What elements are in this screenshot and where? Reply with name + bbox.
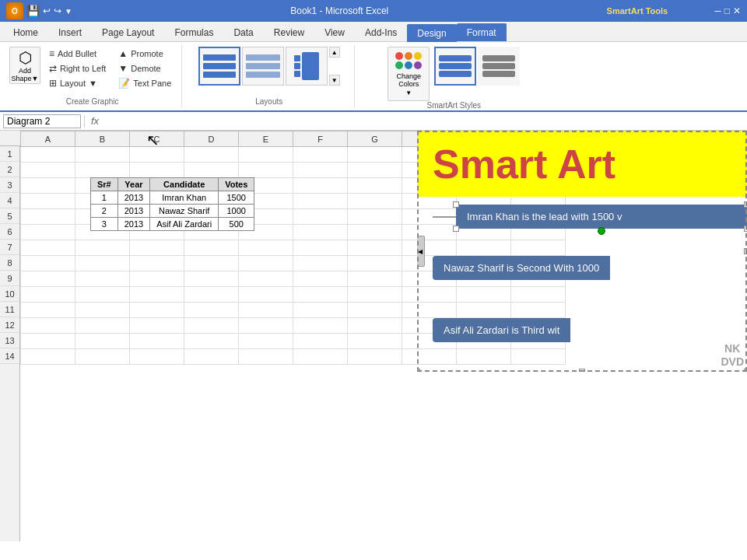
formula-input[interactable] <box>105 114 744 128</box>
data-row-2: 2 2013 Nawaz Sharif 1000 <box>91 205 254 218</box>
close-button[interactable]: ✕ <box>733 5 741 16</box>
smartart-title: Smart Art <box>433 141 615 187</box>
handle-bl[interactable] <box>417 369 420 372</box>
smartart-style-1[interactable] <box>434 47 476 86</box>
fx-icon: fx <box>88 115 102 127</box>
col-D[interactable]: D <box>184 131 239 147</box>
watermark: NKDVD <box>721 342 744 369</box>
demote-button[interactable]: ▼ Demote <box>114 61 175 75</box>
ribbon-tabs: Home Insert Page Layout Formulas Data Re… <box>0 22 747 42</box>
smartart-styles-label: SmartArt Styles <box>427 101 481 110</box>
handle-br[interactable] <box>744 369 747 372</box>
tab-design[interactable]: Design <box>407 24 456 42</box>
col-A[interactable]: A <box>21 131 75 147</box>
row-14: 14 <box>0 348 19 364</box>
col-B[interactable]: B <box>75 131 130 147</box>
cell-year-3[interactable]: 2013 <box>117 218 149 231</box>
item1-handle-br[interactable] <box>744 226 747 232</box>
cell-sr-2[interactable]: 2 <box>91 205 118 218</box>
tab-review[interactable]: Review <box>264 23 314 41</box>
col-E[interactable]: E <box>239 131 293 147</box>
smartart-item-2[interactable]: Nawaz Sharif is Second With 1000 <box>433 256 610 280</box>
right-to-left-button[interactable]: ⇄ Right to Left <box>45 61 110 75</box>
layouts-label: Layouts <box>255 97 282 106</box>
office-logo[interactable]: O <box>6 2 23 19</box>
smartart-item-3[interactable]: Asif Ali Zardari is Third wit <box>433 318 570 342</box>
formula-bar-divider <box>84 115 85 128</box>
tab-insert[interactable]: Insert <box>48 23 92 41</box>
cell-votes-3[interactable]: 500 <box>219 218 254 231</box>
tab-data[interactable]: Data <box>223 23 263 41</box>
handle-bm[interactable] <box>579 369 585 372</box>
handle-mr[interactable] <box>744 248 747 254</box>
smartart-styles-group: Change Colors ▼ SmartArt Styles <box>356 45 551 107</box>
item1-handle-tr[interactable] <box>744 201 747 208</box>
cell-sr-3[interactable]: 3 <box>91 218 118 231</box>
title-bar: O 💾 ↩ ↪ ▼ Book1 - Microsoft Excel SmartA… <box>0 0 747 22</box>
smartart-styles-content: Change Colors ▼ <box>388 47 520 101</box>
maximize-button[interactable]: □ <box>724 5 730 16</box>
row-2: 2 <box>0 162 19 177</box>
smartart-tools-label: SmartArt Tools <box>607 6 715 16</box>
layout-scroll-down[interactable]: ▼ <box>329 75 340 86</box>
item1-handle-bl[interactable] <box>453 226 459 232</box>
create-graphic-group: ⬡ Add Shape▼ ≡ Add Bullet ⇄ Right to Lef… <box>3 45 182 107</box>
row-11: 11 <box>0 302 19 317</box>
add-shape-button[interactable]: ⬡ Add Shape▼ <box>9 47 40 84</box>
tab-home[interactable]: Home <box>3 23 48 41</box>
spreadsheet: 1 2 3 4 5 6 7 8 9 10 11 12 13 14 A B C <box>0 131 747 541</box>
smartart-collapse-button[interactable]: ◀ <box>417 236 425 267</box>
layout-thumb-3[interactable] <box>286 47 328 86</box>
cell-votes-2[interactable]: 1000 <box>219 205 254 218</box>
add-bullet-button[interactable]: ≡ Add Bullet <box>45 47 110 61</box>
row-7: 7 <box>0 240 19 255</box>
tab-page-layout[interactable]: Page Layout <box>92 23 164 41</box>
redo-icon[interactable]: ↪ <box>54 5 61 16</box>
col-G[interactable]: G <box>348 131 402 147</box>
col-header-votes: Votes <box>219 178 254 191</box>
minimize-button[interactable]: ─ <box>714 5 721 16</box>
cell-candidate-3[interactable]: Asif Ali Zardari <box>150 218 219 231</box>
row-4: 4 <box>0 193 19 208</box>
undo-icon[interactable]: ↩ <box>43 5 51 16</box>
corner-cell <box>0 131 20 146</box>
tab-view[interactable]: View <box>314 23 355 41</box>
layout-thumb-1[interactable] <box>198 47 240 86</box>
cell-candidate-2[interactable]: Nawaz Sharif <box>150 205 219 218</box>
layout-thumb-2[interactable] <box>242 47 284 86</box>
tab-add-ins[interactable]: Add-Ins <box>355 23 407 41</box>
item1-handle-tl[interactable] <box>453 201 459 208</box>
layout-scroll-up[interactable]: ▲ <box>329 47 340 58</box>
promote-button[interactable]: ▲ Promote <box>114 47 175 61</box>
row-8: 8 <box>0 255 19 271</box>
cell-sr-1[interactable]: 1 <box>91 191 118 205</box>
text-pane-button[interactable]: 📝 Text Pane <box>114 76 175 90</box>
create-graphic-content: ⬡ Add Shape▼ ≡ Add Bullet ⇄ Right to Lef… <box>9 47 175 97</box>
col-C[interactable]: C <box>130 131 184 147</box>
customize-icon[interactable]: ▼ <box>65 7 72 16</box>
tab-format[interactable]: Format <box>457 23 507 41</box>
row-headers: 1 2 3 4 5 6 7 8 9 10 11 12 13 14 <box>0 131 20 541</box>
smartart-item-1[interactable]: Imran Khan is the lead with 1500 v <box>456 205 747 229</box>
save-icon[interactable]: 💾 <box>26 5 40 17</box>
smartart-overlay[interactable]: Smart Art ◀ Imran Khan is the lead with … <box>417 131 747 372</box>
grid-container: A B C D E F G H I J <box>20 131 747 541</box>
layouts-content: ▲ ▼ <box>198 47 340 97</box>
row-1: 1 <box>0 146 19 162</box>
change-colors-button[interactable]: Change Colors ▼ <box>388 47 430 101</box>
tab-formulas[interactable]: Formulas <box>164 23 223 41</box>
cell-year-2[interactable]: 2013 <box>117 205 149 218</box>
smartart-style-2[interactable] <box>478 47 520 86</box>
layouts-group: ▲ ▼ Layouts <box>184 45 355 107</box>
formula-bar: Diagram 2 fx <box>0 112 747 131</box>
cell-votes-1[interactable]: 1500 <box>219 191 254 205</box>
name-box[interactable]: Diagram 2 <box>3 114 81 128</box>
data-table: Sr# Year Candidate Votes 1 2013 Imran Kh… <box>90 177 254 231</box>
col-F[interactable]: F <box>293 131 348 147</box>
data-row-3: 3 2013 Asif Ali Zardari 500 <box>91 218 254 231</box>
cell-year-1[interactable]: 2013 <box>117 191 149 205</box>
layout-button[interactable]: ⊞ Layout ▼ <box>45 76 110 90</box>
grid-scroll[interactable]: A B C D E F G H I J <box>20 131 747 541</box>
cell-candidate-1[interactable]: Imran Khan <box>150 191 219 205</box>
window-title: Book1 - Microsoft Excel <box>72 5 607 16</box>
